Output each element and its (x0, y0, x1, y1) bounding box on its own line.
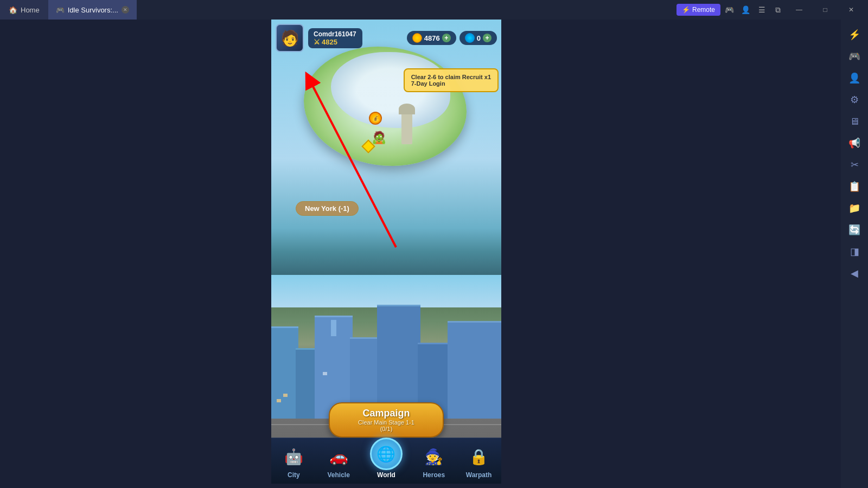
heroes-nav-label: Heroes (423, 471, 445, 479)
quest-subtext: 7-Day Login (411, 80, 491, 87)
warpath-nav-label: Warpath (466, 471, 492, 479)
window-2 (283, 394, 288, 397)
hud-top: 🧑 Comdr161047 ⚔ 4825 4876 + 0 + (276, 24, 497, 52)
coin-value: 4876 (424, 34, 440, 42)
nav-city[interactable]: 🤖 City (276, 441, 311, 481)
nav-vehicle[interactable]: 🚗 Vehicle (321, 441, 356, 481)
sidebar-icon-4[interactable]: 🖥 (845, 112, 864, 131)
world-nav-label: World (377, 471, 395, 479)
sidebar-icon-3[interactable]: ⚙ (845, 90, 864, 110)
gems-plus-button[interactable]: + (483, 34, 492, 42)
avatar-icon: 🧑 (280, 29, 299, 47)
window-maximize[interactable]: □ (813, 0, 838, 20)
sidebar-icon-5[interactable]: 📢 (845, 133, 864, 153)
campaign-button[interactable]: Campaign Clear Main Stage 1-1 (0/1) (329, 402, 444, 438)
quest-text: Clear 2-6 to claim Recruit x1 (411, 74, 491, 80)
title-bar: 🏠 Home 🎮 Idle Survivors:... ✕ ⚡ Remote 🎮… (0, 0, 868, 20)
window-3 (323, 372, 327, 375)
coin-icon (412, 33, 422, 43)
home-icon: 🏠 (9, 6, 17, 14)
player-power: ⚔ 4825 (314, 38, 357, 46)
game-tab[interactable]: 🎮 Idle Survivors:... ✕ (48, 0, 137, 20)
nav-world[interactable]: 🌐 World (366, 441, 407, 481)
gem-currency: 0 + (459, 31, 497, 45)
sidebar-icon-9[interactable]: 🔄 (845, 220, 864, 240)
right-sidebar: ⚡ 🎮 👤 ⚙ 🖥 📢 ✂ 📋 📁 🔄 ◨ ◀ (841, 20, 868, 488)
warpath-nav-icon: 🔒 (465, 443, 493, 470)
statue-of-liberty (401, 112, 412, 144)
sidebar-icon-back[interactable]: ◀ (845, 264, 864, 283)
game-container: 💰 🧟 (271, 20, 501, 484)
nav-warpath[interactable]: 🔒 Warpath (461, 441, 497, 481)
coin-currency: 4876 + (407, 31, 456, 45)
player-avatar[interactable]: 🧑 (276, 24, 304, 52)
sky (271, 275, 501, 307)
bottom-navigation: 🤖 City 🚗 Vehicle 🌐 World 🧙 Heroes 🔒 Warp… (271, 438, 501, 484)
building-7 (448, 321, 501, 424)
sidebar-icon-6[interactable]: ✂ (845, 155, 864, 175)
city-nav-icon: 🤖 (280, 443, 307, 470)
power-icon: ⚔ (314, 38, 320, 46)
quest-popup[interactable]: Clear 2-6 to claim Recruit x1 7-Day Logi… (404, 68, 499, 92)
menu-icon-btn[interactable]: ☰ (754, 2, 769, 17)
sidebar-icon-0[interactable]: ⚡ (845, 25, 864, 44)
titlebar-controls: ⚡ Remote 🎮 👤 ☰ ⧉ — □ ✕ (676, 0, 868, 20)
sidebar-icon-1[interactable]: 🎮 (845, 47, 864, 66)
map-character: 🧟 (372, 131, 386, 145)
vehicle-nav-icon: 🚗 (325, 443, 352, 470)
user-icon-btn[interactable]: 👤 (738, 2, 753, 17)
vehicle-nav-label: Vehicle (328, 471, 350, 479)
map-island: 💰 🧟 (293, 30, 477, 193)
city-nav-label: City (288, 471, 300, 479)
campaign-subtitle: Clear Main Stage 1-1 (0/1) (352, 419, 421, 432)
remote-label: Remote (692, 6, 715, 14)
window-minimize[interactable]: — (787, 0, 812, 20)
power-value: 4825 (322, 38, 337, 46)
dark-background-left (0, 20, 271, 488)
window-1 (277, 399, 281, 402)
sidebar-icon-10[interactable]: ◨ (845, 242, 864, 261)
screen-icon-btn[interactable]: ⧉ (770, 2, 786, 17)
building-1 (271, 326, 298, 424)
window-close[interactable]: ✕ (839, 0, 864, 20)
game-tab-icon: 🎮 (56, 6, 65, 14)
game-tab-label: Idle Survivors:... (68, 6, 118, 14)
world-nav-icon: 🌐 (370, 438, 403, 470)
gem-value: 0 (477, 34, 481, 42)
player-name: Comdr161047 (314, 30, 357, 38)
sidebar-icon-7[interactable]: 📋 (845, 177, 864, 196)
campaign-title: Campaign (352, 408, 421, 419)
game-background: 💰 🧟 (271, 20, 501, 484)
nav-heroes[interactable]: 🧙 Heroes (416, 441, 452, 481)
island-base: 💰 🧟 (304, 47, 467, 166)
home-tab-label: Home (21, 6, 40, 14)
currency-area: 4876 + 0 + (407, 31, 497, 45)
map-node-gold[interactable]: 💰 (369, 112, 382, 125)
controller-icon-btn[interactable]: 🎮 (722, 2, 737, 17)
heroes-nav-icon: 🧙 (420, 443, 448, 470)
game-tab-close[interactable]: ✕ (122, 6, 129, 14)
gem-icon (465, 33, 475, 43)
remote-icon: ⚡ (682, 6, 690, 14)
remote-button[interactable]: ⚡ Remote (676, 4, 720, 16)
home-tab[interactable]: 🏠 Home (0, 0, 48, 20)
sidebar-icon-8[interactable]: 📁 (845, 198, 864, 218)
sidebar-icon-2[interactable]: 👤 (845, 68, 864, 88)
antenna (331, 320, 336, 336)
map-area[interactable]: 💰 🧟 (271, 20, 501, 284)
player-info: Comdr161047 ⚔ 4825 (308, 28, 362, 48)
location-label: New York (-1) (296, 201, 359, 216)
coins-plus-button[interactable]: + (442, 34, 451, 42)
building-2 (296, 348, 317, 424)
